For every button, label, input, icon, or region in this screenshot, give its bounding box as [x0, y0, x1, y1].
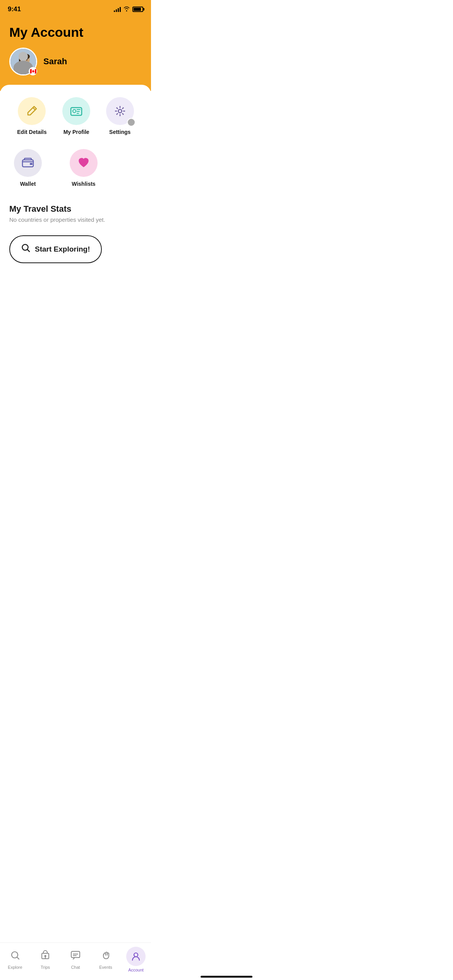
status-icons: [114, 6, 143, 13]
main-content: Edit Details My Profile: [0, 85, 151, 288]
wishlists-label: Wishlists: [72, 181, 95, 187]
start-exploring-button[interactable]: Start Exploring!: [9, 235, 102, 263]
svg-point-3: [19, 53, 30, 60]
actions-row-1: Edit Details My Profile: [9, 97, 142, 135]
search-icon: [21, 243, 31, 255]
header: My Account: [0, 17, 151, 91]
my-profile-circle: [62, 97, 90, 125]
wallet-label: Wallet: [20, 181, 36, 187]
svg-point-10: [118, 110, 122, 113]
travel-stats-title: My Travel Stats: [9, 204, 142, 214]
signal-icon: [114, 7, 121, 12]
my-profile-button[interactable]: My Profile: [62, 97, 90, 135]
wallet-button[interactable]: Wallet: [14, 149, 42, 187]
settings-label: Settings: [109, 129, 130, 135]
edit-details-button[interactable]: Edit Details: [17, 97, 46, 135]
user-info: 🇨🇦 Sarah: [9, 48, 142, 75]
heart-icon: [77, 157, 90, 169]
wallet-circle: [14, 149, 42, 177]
wifi-icon: [123, 6, 130, 13]
svg-point-5: [21, 59, 23, 61]
username: Sarah: [43, 57, 67, 67]
settings-button[interactable]: Settings: [106, 97, 134, 135]
settings-dot-badge: [127, 118, 136, 127]
wishlists-button[interactable]: Wishlists: [70, 149, 98, 187]
travel-stats-section: My Travel Stats No countries or properti…: [9, 204, 142, 223]
profile-card-icon: [70, 105, 83, 118]
svg-rect-4: [19, 57, 21, 64]
wishlists-circle: [70, 149, 98, 177]
status-time: 9:41: [8, 5, 21, 13]
avatar-wrapper: 🇨🇦: [9, 48, 37, 75]
edit-details-circle: [18, 97, 46, 125]
wallet-icon: [21, 156, 34, 170]
my-profile-label: My Profile: [63, 129, 89, 135]
flag-badge: 🇨🇦: [29, 67, 37, 75]
pencil-icon: [26, 105, 38, 117]
travel-stats-subtitle: No countries or properties visited yet.: [9, 216, 142, 223]
actions-row-2: Wallet Wishlists: [9, 149, 142, 187]
svg-rect-12: [30, 163, 33, 165]
svg-point-6: [26, 59, 27, 61]
settings-circle: [106, 97, 134, 125]
gear-icon: [114, 105, 126, 117]
battery-icon: [132, 7, 143, 12]
edit-details-label: Edit Details: [17, 129, 46, 135]
page-title: My Account: [9, 25, 142, 40]
svg-point-9: [73, 110, 76, 113]
explore-button-label: Start Exploring!: [35, 245, 90, 254]
status-bar: 9:41: [0, 0, 151, 17]
